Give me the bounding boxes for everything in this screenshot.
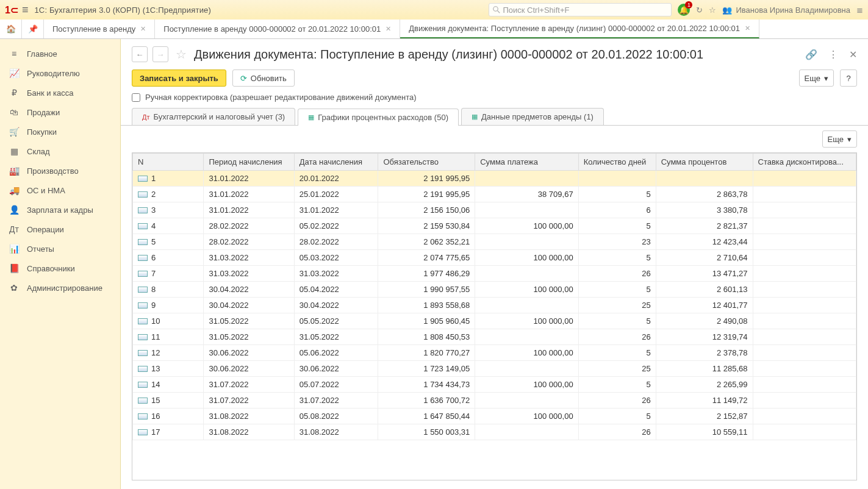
table-row[interactable]: 1531.07.202231.07.20221 636 700,722611 1… xyxy=(133,393,856,409)
col-date[interactable]: Дата начисления xyxy=(294,154,378,171)
cell-date[interactable]: 05.02.2022 xyxy=(294,218,378,234)
cell-pay[interactable]: 100 000,00 xyxy=(475,250,578,266)
cell-date[interactable]: 05.04.2022 xyxy=(294,282,378,298)
cell-date[interactable]: 31.03.2022 xyxy=(294,266,378,282)
cell-int[interactable]: 11 285,68 xyxy=(656,361,753,377)
table-row[interactable]: 830.04.202205.04.20221 990 957,55100 000… xyxy=(133,282,856,298)
cell-rate[interactable] xyxy=(753,218,856,234)
cell-period[interactable]: 31.07.2022 xyxy=(204,393,294,409)
cell-period[interactable]: 31.08.2022 xyxy=(204,424,294,440)
cell-rate[interactable] xyxy=(753,266,856,282)
cell-date[interactable]: 30.06.2022 xyxy=(294,361,378,377)
sidebar-item[interactable]: 🚚ОС и НМА xyxy=(0,180,120,200)
table-row[interactable]: 1330.06.202230.06.20221 723 149,052511 2… xyxy=(133,361,856,377)
inner-tab[interactable]: ▦Графики процентных расходов (50) xyxy=(298,109,459,126)
col-payment[interactable]: Сумма платежа xyxy=(475,154,578,171)
cell-period[interactable]: 30.04.2022 xyxy=(204,282,294,298)
cell-n[interactable]: 3 xyxy=(133,202,204,218)
help-button[interactable]: ? xyxy=(840,70,857,87)
sidebar-item[interactable]: 📈Руководителю xyxy=(0,63,120,83)
cell-pay[interactable] xyxy=(475,234,578,250)
sidebar-item[interactable]: 📕Справочники xyxy=(0,259,120,278)
sidebar-item[interactable]: ▦Склад xyxy=(0,141,120,161)
cell-rate[interactable] xyxy=(753,409,856,424)
cell-n[interactable]: 1 xyxy=(133,171,204,187)
cell-date[interactable]: 20.01.2022 xyxy=(294,171,378,187)
cell-rate[interactable] xyxy=(753,393,856,409)
cell-days[interactable]: 5 xyxy=(578,377,656,393)
cell-days[interactable]: 6 xyxy=(578,202,656,218)
sidebar-item[interactable]: ₽Банк и касса xyxy=(0,83,120,102)
close-icon[interactable]: ✕ xyxy=(849,49,857,60)
cell-n[interactable]: 11 xyxy=(133,329,204,345)
cell-days[interactable]: 26 xyxy=(578,424,656,440)
settings-icon[interactable]: ≣ xyxy=(856,5,863,15)
cell-int[interactable]: 10 559,11 xyxy=(656,424,753,440)
cell-int[interactable]: 2 863,78 xyxy=(656,187,753,202)
cell-pay[interactable]: 100 000,00 xyxy=(475,218,578,234)
manual-edit-checkbox[interactable] xyxy=(132,93,140,102)
cell-int[interactable]: 2 601,13 xyxy=(656,282,753,298)
cell-period[interactable]: 28.02.2022 xyxy=(204,218,294,234)
cell-n[interactable]: 9 xyxy=(133,298,204,313)
table-row[interactable]: 428.02.202205.02.20222 159 530,84100 000… xyxy=(133,218,856,234)
users-icon[interactable]: 👥 xyxy=(722,5,732,15)
cell-pay[interactable] xyxy=(475,202,578,218)
nav-forward-button[interactable]: → xyxy=(152,46,168,62)
pin-button[interactable]: 📌 xyxy=(22,20,44,38)
cell-liab[interactable]: 1 723 149,05 xyxy=(378,361,475,377)
col-liability[interactable]: Обязательство xyxy=(378,154,475,171)
sidebar-item[interactable]: 🏭Производство xyxy=(0,161,120,180)
cell-date[interactable]: 25.01.2022 xyxy=(294,187,378,202)
cell-liab[interactable]: 1 893 558,68 xyxy=(378,298,475,313)
cell-date[interactable]: 05.07.2022 xyxy=(294,377,378,393)
cell-period[interactable]: 31.08.2022 xyxy=(204,409,294,424)
table-row[interactable]: 731.03.202231.03.20221 977 486,292613 47… xyxy=(133,266,856,282)
table-row[interactable]: 1731.08.202231.08.20221 550 003,312610 5… xyxy=(133,424,856,440)
cell-days[interactable]: 26 xyxy=(578,393,656,409)
cell-n[interactable]: 15 xyxy=(133,393,204,409)
close-icon[interactable]: ✕ xyxy=(386,25,391,33)
table-row[interactable]: 1230.06.202205.06.20221 820 770,27100 00… xyxy=(133,345,856,361)
cell-date[interactable]: 05.08.2022 xyxy=(294,409,378,424)
cell-n[interactable]: 4 xyxy=(133,218,204,234)
cell-date[interactable]: 05.05.2022 xyxy=(294,313,378,329)
cell-period[interactable]: 31.03.2022 xyxy=(204,250,294,266)
cell-n[interactable]: 13 xyxy=(133,361,204,377)
window-tab[interactable]: Движения документа: Поступление в аренду… xyxy=(400,20,759,38)
cell-period[interactable]: 28.02.2022 xyxy=(204,234,294,250)
hamburger-icon[interactable]: ≡ xyxy=(22,4,29,16)
window-tab[interactable]: Поступление в аренду 0000-000002 от 20.0… xyxy=(155,20,400,38)
cell-n[interactable]: 5 xyxy=(133,234,204,250)
close-icon[interactable]: ✕ xyxy=(745,24,750,32)
cell-int[interactable]: 12 319,74 xyxy=(656,329,753,345)
cell-pay[interactable] xyxy=(475,361,578,377)
cell-liab[interactable]: 1 820 770,27 xyxy=(378,345,475,361)
cell-rate[interactable] xyxy=(753,250,856,266)
cell-liab[interactable]: 2 191 995,95 xyxy=(378,171,475,187)
favorite-star-icon[interactable]: ☆ xyxy=(176,47,187,62)
cell-pay[interactable] xyxy=(475,329,578,345)
cell-n[interactable]: 6 xyxy=(133,250,204,266)
cell-pay[interactable] xyxy=(475,266,578,282)
cell-date[interactable]: 31.01.2022 xyxy=(294,202,378,218)
inner-tab[interactable]: ▦Данные предметов аренды (1) xyxy=(461,108,604,125)
cell-period[interactable]: 31.01.2022 xyxy=(204,187,294,202)
cell-rate[interactable] xyxy=(753,345,856,361)
cell-days[interactable]: 5 xyxy=(578,218,656,234)
cell-n[interactable]: 7 xyxy=(133,266,204,282)
cell-rate[interactable] xyxy=(753,377,856,393)
cell-days[interactable]: 5 xyxy=(578,313,656,329)
table-row[interactable]: 631.03.202205.03.20222 074 775,65100 000… xyxy=(133,250,856,266)
cell-liab[interactable]: 2 074 775,65 xyxy=(378,250,475,266)
cell-rate[interactable] xyxy=(753,298,856,313)
cell-days[interactable]: 5 xyxy=(578,345,656,361)
cell-rate[interactable] xyxy=(753,361,856,377)
cell-date[interactable]: 28.02.2022 xyxy=(294,234,378,250)
cell-liab[interactable]: 1 808 450,53 xyxy=(378,329,475,345)
cell-date[interactable]: 31.05.2022 xyxy=(294,329,378,345)
cell-int[interactable]: 12 423,44 xyxy=(656,234,753,250)
table-row[interactable]: 331.01.202231.01.20222 156 150,0663 380,… xyxy=(133,202,856,218)
cell-pay[interactable]: 100 000,00 xyxy=(475,282,578,298)
cell-rate[interactable] xyxy=(753,234,856,250)
